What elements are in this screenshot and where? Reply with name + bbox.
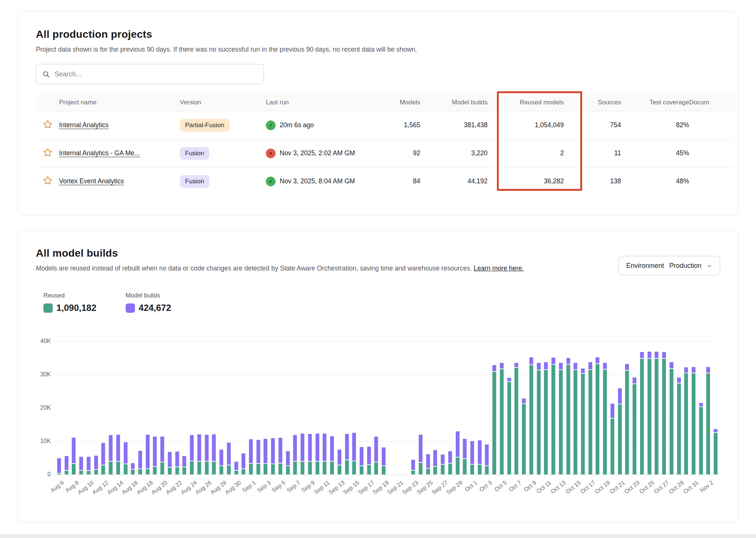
reused-bar-segment[interactable] <box>359 466 364 475</box>
reused-bar-segment[interactable] <box>212 461 216 475</box>
reused-bar-segment[interactable] <box>182 467 187 475</box>
model-builds-bar-segment[interactable] <box>713 429 718 432</box>
reused-bar-segment[interactable] <box>566 364 571 475</box>
favorite-cell[interactable] <box>36 167 59 195</box>
reused-bar-segment[interactable] <box>595 364 600 475</box>
model-builds-bar-segment[interactable] <box>145 434 150 469</box>
reused-bar-segment[interactable] <box>588 370 593 475</box>
reused-bar-segment[interactable] <box>440 464 445 475</box>
favorite-star-icon[interactable] <box>43 175 53 186</box>
model-builds-bar-segment[interactable] <box>522 398 526 403</box>
project-name-cell[interactable]: Internal Analytics <box>59 111 180 139</box>
model-builds-bar-segment[interactable] <box>116 434 120 461</box>
model-builds-bar-segment[interactable] <box>160 436 165 462</box>
reused-bar-segment[interactable] <box>529 365 534 475</box>
reused-bar-segment[interactable] <box>278 463 283 475</box>
reused-bar-segment[interactable] <box>632 384 637 475</box>
model-builds-bar-segment[interactable] <box>352 432 356 461</box>
reused-bar-segment[interactable] <box>123 464 128 475</box>
model-builds-bar-segment[interactable] <box>263 438 268 464</box>
model-builds-bar-segment[interactable] <box>418 434 423 462</box>
model-builds-bar-segment[interactable] <box>79 456 83 470</box>
model-builds-bar-segment[interactable] <box>130 463 135 469</box>
reused-bar-segment[interactable] <box>330 461 334 475</box>
model-builds-bar-segment[interactable] <box>197 434 202 461</box>
model-builds-bar-segment[interactable] <box>426 454 430 468</box>
model-builds-bar-segment[interactable] <box>86 456 91 471</box>
model-builds-bar-segment[interactable] <box>684 367 688 373</box>
reused-bar-segment[interactable] <box>175 467 179 475</box>
reused-bar-segment[interactable] <box>426 468 430 475</box>
model-builds-bar-segment[interactable] <box>477 440 482 464</box>
reused-bar-segment[interactable] <box>669 369 674 475</box>
reused-bar-segment[interactable] <box>197 461 202 475</box>
reused-bar-segment[interactable] <box>256 464 261 475</box>
learn-more-link[interactable]: Learn more here. <box>474 265 524 272</box>
reused-bar-segment[interactable] <box>448 463 452 475</box>
model-builds-bar-segment[interactable] <box>138 450 142 469</box>
model-builds-bar-segment[interactable] <box>212 434 216 461</box>
model-builds-bar-segment[interactable] <box>219 449 224 466</box>
reused-bar-segment[interactable] <box>684 373 688 475</box>
model-builds-bar-segment[interactable] <box>669 362 674 369</box>
model-builds-bar-segment[interactable] <box>175 451 179 467</box>
model-builds-bar-segment[interactable] <box>293 435 297 461</box>
reused-bar-segment[interactable] <box>470 464 474 475</box>
model-builds-bar-segment[interactable] <box>662 352 666 358</box>
reused-bar-segment[interactable] <box>322 461 327 475</box>
reused-bar-segment[interactable] <box>337 465 342 475</box>
model-builds-bar-segment[interactable] <box>308 434 312 462</box>
model-builds-bar-segment[interactable] <box>108 435 113 461</box>
model-builds-bar-segment[interactable] <box>374 436 378 462</box>
model-builds-bar-segment[interactable] <box>337 449 342 465</box>
model-builds-bar-segment[interactable] <box>123 442 128 464</box>
model-builds-bar-segment[interactable] <box>551 357 556 365</box>
reused-bar-segment[interactable] <box>108 461 113 475</box>
model-builds-bar-segment[interactable] <box>227 442 231 465</box>
reused-bar-segment[interactable] <box>219 466 224 475</box>
model-builds-bar-segment[interactable] <box>581 368 585 373</box>
model-builds-bar-segment[interactable] <box>367 446 371 465</box>
reused-bar-segment[interactable] <box>381 466 386 475</box>
model-builds-bar-segment[interactable] <box>654 351 659 358</box>
model-builds-bar-segment[interactable] <box>322 433 327 461</box>
reused-bar-segment[interactable] <box>308 461 312 475</box>
model-builds-bar-segment[interactable] <box>411 459 415 470</box>
model-builds-bar-segment[interactable] <box>64 456 69 470</box>
model-builds-bar-segment[interactable] <box>507 377 511 382</box>
model-builds-bar-segment[interactable] <box>470 441 474 464</box>
model-builds-bar-segment[interactable] <box>256 440 261 464</box>
model-builds-bar-segment[interactable] <box>101 443 105 465</box>
reused-bar-segment[interactable] <box>462 459 467 475</box>
reused-bar-segment[interactable] <box>654 358 659 475</box>
reused-bar-segment[interactable] <box>411 470 415 475</box>
project-name-link[interactable]: Vortex Event Analytics <box>59 177 124 185</box>
reused-bar-segment[interactable] <box>418 462 423 475</box>
reused-bar-segment[interactable] <box>618 404 622 475</box>
favorite-cell[interactable] <box>36 111 59 139</box>
reused-bar-segment[interactable] <box>713 432 718 475</box>
reused-bar-segment[interactable] <box>610 418 615 475</box>
model-builds-bar-segment[interactable] <box>595 357 600 364</box>
model-builds-bar-segment[interactable] <box>168 452 172 468</box>
model-builds-bar-segment[interactable] <box>559 363 563 370</box>
reused-bar-segment[interactable] <box>677 383 681 475</box>
model-builds-bar-segment[interactable] <box>632 377 637 384</box>
model-builds-bar-segment[interactable] <box>381 447 386 466</box>
reused-bar-segment[interactable] <box>86 471 91 475</box>
reused-bar-segment[interactable] <box>691 373 696 475</box>
model-builds-bar-segment[interactable] <box>588 362 593 370</box>
model-builds-bar-segment[interactable] <box>514 363 519 367</box>
model-builds-bar-segment[interactable] <box>271 438 275 464</box>
model-builds-bar-segment[interactable] <box>278 437 283 463</box>
model-builds-bar-segment[interactable] <box>699 403 703 407</box>
model-builds-bar-segment[interactable] <box>57 458 61 473</box>
model-builds-bar-segment[interactable] <box>618 388 622 404</box>
reused-bar-segment[interactable] <box>79 470 83 475</box>
model-builds-bar-segment[interactable] <box>153 436 157 467</box>
model-builds-bar-segment[interactable] <box>647 351 652 358</box>
table-row[interactable]: Internal Analytics Partial-Fusion ✓20m 6… <box>36 111 735 139</box>
reused-bar-segment[interactable] <box>130 469 135 475</box>
model-builds-bar-segment[interactable] <box>182 456 187 467</box>
reused-bar-segment[interactable] <box>94 470 98 475</box>
